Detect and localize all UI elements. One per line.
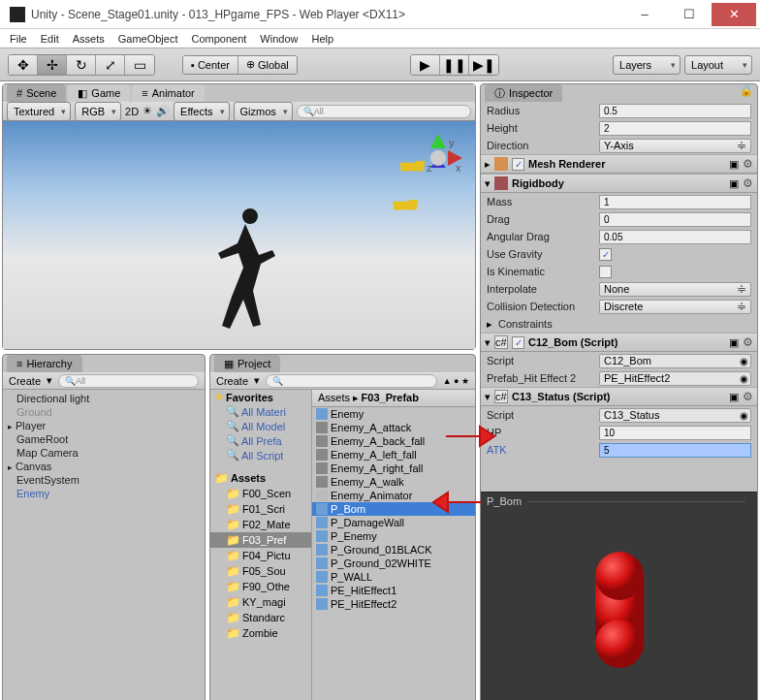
help-icon[interactable]: ▣ bbox=[729, 177, 739, 190]
c13-status-header[interactable]: ▾c#C13_Status (Script)▣⚙ bbox=[481, 387, 757, 406]
favorites-header[interactable]: Favorites bbox=[226, 392, 273, 403]
light-icon[interactable]: ☀ bbox=[142, 105, 152, 117]
asset-item[interactable]: Enemy_Animator bbox=[312, 489, 475, 502]
asset-item[interactable]: Enemy_A_walk bbox=[312, 475, 475, 489]
prefab-effect-field[interactable]: PE_HitEffect2 bbox=[599, 371, 751, 386]
c12-script-field[interactable]: C12_Bom bbox=[599, 354, 751, 368]
2d-toggle[interactable]: 2D bbox=[125, 106, 139, 117]
gizmos-dropdown[interactable]: Gizmos bbox=[234, 102, 293, 121]
project-create[interactable]: Create bbox=[216, 375, 248, 387]
help-icon[interactable]: ▣ bbox=[729, 391, 739, 403]
gear-icon[interactable]: ⚙ bbox=[743, 176, 753, 190]
asset-item[interactable]: PE_HitEffect2 bbox=[312, 597, 475, 611]
drag-field[interactable]: 0 bbox=[599, 212, 751, 227]
hierarchy-create[interactable]: Create bbox=[9, 375, 41, 387]
rotate-tool[interactable]: ↻ bbox=[67, 55, 96, 75]
help-icon[interactable]: ▣ bbox=[729, 336, 739, 349]
folder-item[interactable]: 📁KY_magi bbox=[210, 594, 311, 610]
render-mode-dropdown[interactable]: Textured bbox=[7, 102, 71, 121]
hierarchy-item[interactable]: Player bbox=[3, 419, 205, 432]
step-button[interactable]: ▶❚ bbox=[469, 55, 498, 75]
hp-field[interactable]: 10 bbox=[599, 426, 751, 440]
hierarchy-item[interactable]: EventSystem bbox=[3, 473, 205, 487]
play-button[interactable]: ▶ bbox=[411, 55, 440, 75]
menu-gameobject[interactable]: GameObject bbox=[118, 33, 178, 45]
hierarchy-item[interactable]: Ground bbox=[3, 405, 205, 419]
close-button[interactable]: ✕ bbox=[712, 3, 756, 26]
move-tool[interactable]: ✢ bbox=[38, 55, 67, 75]
gear-icon[interactable]: ⚙ bbox=[743, 390, 753, 403]
tab-hierarchy[interactable]: ≡Hierarchy bbox=[7, 355, 82, 372]
tab-project[interactable]: ▦Project bbox=[214, 355, 280, 372]
asset-list[interactable]: Enemy Enemy_A_attack Enemy_A_back_fall E… bbox=[312, 407, 475, 700]
search-filters[interactable]: ▲ ● ★ bbox=[443, 376, 469, 386]
rect-tool[interactable]: ▭ bbox=[125, 55, 154, 75]
folder-item[interactable]: 📁F90_Othe bbox=[210, 579, 311, 594]
inspector-body[interactable]: Radius0.5 Height2 DirectionY-Axis ▸✓Mesh… bbox=[481, 102, 757, 492]
asset-item-selected[interactable]: P_Bom bbox=[312, 502, 475, 516]
layout-dropdown[interactable]: Layout bbox=[684, 55, 752, 75]
asset-item[interactable]: Enemy bbox=[312, 407, 475, 421]
menu-component[interactable]: Component bbox=[191, 33, 246, 45]
angular-drag-field[interactable]: 0.05 bbox=[599, 230, 751, 244]
hierarchy-item[interactable]: Enemy bbox=[3, 487, 205, 500]
asset-item[interactable]: Enemy_A_right_fall bbox=[312, 461, 475, 475]
folder-item[interactable]: 📁F04_Pictu bbox=[210, 548, 311, 563]
fav-item[interactable]: 🔍All Materi bbox=[210, 404, 311, 419]
project-folders[interactable]: ★Favorites 🔍All Materi 🔍All Model 🔍All P… bbox=[210, 390, 312, 700]
hierarchy-search[interactable]: 🔍All bbox=[58, 374, 199, 388]
scale-tool[interactable]: ⤢ bbox=[96, 55, 125, 75]
asset-item[interactable]: Enemy_A_attack bbox=[312, 421, 475, 434]
asset-item[interactable]: P_Ground_02WHITE bbox=[312, 557, 475, 570]
asset-item[interactable]: P_Ground_01BLACK bbox=[312, 543, 475, 557]
tab-animator[interactable]: ≡Animator bbox=[132, 84, 204, 102]
atk-field[interactable]: 5 bbox=[599, 443, 751, 458]
height-field[interactable]: 2 bbox=[599, 121, 751, 136]
folder-item[interactable]: 📁F01_Scri bbox=[210, 501, 311, 517]
folder-item[interactable]: 📁F00_Scen bbox=[210, 486, 311, 501]
scene-viewport[interactable]: New New y x z bbox=[3, 121, 475, 349]
gear-icon[interactable]: ⚙ bbox=[743, 157, 753, 171]
folder-item[interactable]: 📁F02_Mate bbox=[210, 517, 311, 532]
rigidbody-header[interactable]: ▾Rigidbody▣⚙ bbox=[481, 174, 757, 193]
pause-button[interactable]: ❚❚ bbox=[440, 55, 469, 75]
lock-icon[interactable]: 🔒 bbox=[740, 84, 753, 102]
hierarchy-list[interactable]: Directional light Ground Player GameRoot… bbox=[3, 390, 205, 700]
maximize-button[interactable]: ☐ bbox=[667, 3, 712, 26]
mesh-renderer-toggle[interactable]: ✓ bbox=[512, 158, 524, 171]
minimize-button[interactable]: – bbox=[622, 3, 667, 26]
project-search[interactable]: 🔍 bbox=[266, 374, 437, 388]
menu-edit[interactable]: Edit bbox=[41, 33, 59, 45]
menu-assets[interactable]: Assets bbox=[73, 33, 105, 45]
help-icon[interactable]: ▣ bbox=[729, 158, 739, 171]
tab-scene[interactable]: #Scene bbox=[7, 84, 66, 102]
audio-icon[interactable]: 🔊 bbox=[156, 105, 170, 117]
hierarchy-item[interactable]: Canvas bbox=[3, 460, 205, 473]
gear-icon[interactable]: ⚙ bbox=[743, 335, 753, 349]
menu-window[interactable]: Window bbox=[260, 33, 298, 45]
layers-dropdown[interactable]: Layers bbox=[613, 55, 681, 75]
mass-field[interactable]: 1 bbox=[599, 195, 751, 209]
direction-dropdown[interactable]: Y-Axis bbox=[599, 139, 751, 153]
fav-item[interactable]: 🔍All Script bbox=[210, 448, 311, 462]
folder-item-selected[interactable]: 📁F03_Pref bbox=[210, 532, 311, 548]
c12-toggle[interactable]: ✓ bbox=[512, 336, 524, 349]
interpolate-dropdown[interactable]: None bbox=[599, 282, 751, 297]
collision-dropdown[interactable]: Discrete bbox=[599, 300, 751, 314]
asset-item[interactable]: PE_HitEffect1 bbox=[312, 584, 475, 597]
menu-file[interactable]: File bbox=[10, 33, 27, 45]
rgb-dropdown[interactable]: RGB bbox=[75, 102, 121, 121]
is-kinematic-checkbox[interactable] bbox=[599, 266, 612, 278]
radius-field[interactable]: 0.5 bbox=[599, 104, 751, 118]
assets-header[interactable]: 📁Assets bbox=[210, 470, 311, 486]
preview-area[interactable]: P_Bom 🔵 bbox=[481, 492, 757, 700]
asset-item[interactable]: P_WALL bbox=[312, 570, 475, 584]
asset-item[interactable]: P_DamageWall bbox=[312, 516, 475, 529]
folder-item[interactable]: 📁Zombie bbox=[210, 625, 311, 641]
orientation-gizmo[interactable]: y x z bbox=[409, 129, 467, 187]
hierarchy-item[interactable]: GameRoot bbox=[3, 432, 205, 446]
folder-item[interactable]: 📁F05_Sou bbox=[210, 563, 311, 579]
asset-item[interactable]: Enemy_A_back_fall bbox=[312, 434, 475, 448]
hierarchy-item[interactable]: Directional light bbox=[3, 392, 205, 405]
tab-inspector[interactable]: ⓘInspector bbox=[485, 84, 562, 102]
